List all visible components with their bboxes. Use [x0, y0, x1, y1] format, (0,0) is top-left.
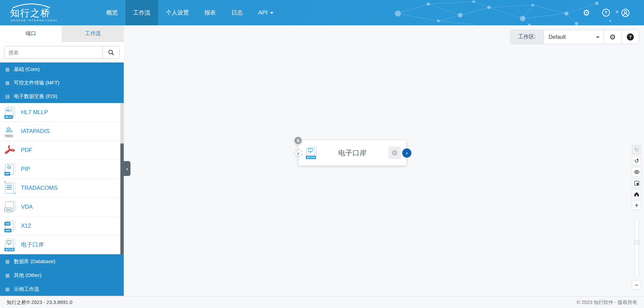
app-window: 知行之桥 ARCESB INTERNATIONAL 概览 工作流 个人设置 报表… — [0, 0, 644, 308]
redo-icon: ↻ — [634, 147, 639, 153]
status-footer: 知行之桥® 2023 - 23.3.8691.0 © 2023 知行软件 - 版… — [0, 296, 644, 308]
main-nav-menu: 概览 工作流 个人设置 报表 日志 API — [98, 0, 281, 25]
port-item-vda[interactable]: VDA VDA — [0, 198, 124, 216]
footer-version-text: 知行之桥® 2023 - 23.3.8691.0 — [7, 299, 72, 306]
home-icon — [634, 191, 640, 197]
group-label: 其他 (Other) — [14, 272, 41, 279]
background-image-button[interactable] — [632, 178, 641, 188]
tab-ports[interactable]: 端口 — [0, 25, 62, 42]
zoom-in-button[interactable]: + — [632, 201, 641, 210]
workspace-selected-value: Default — [549, 34, 566, 40]
account-icon[interactable] — [621, 8, 630, 17]
search-icon — [108, 49, 114, 56]
preview-button[interactable] — [632, 167, 641, 177]
plus-icon: + — [635, 202, 639, 209]
group-label: 数据库 (Database) — [14, 258, 55, 265]
pip-icon: PIP — [4, 163, 16, 175]
port-item-label: HL7 MLLP — [21, 109, 48, 116]
group-core[interactable]: ⊞ 基础 (Core) — [0, 62, 124, 76]
port-item-label: X12 — [21, 223, 31, 229]
app-logo[interactable]: 知行之桥 ARCESB INTERNATIONAL — [9, 2, 56, 24]
workflow-canvas[interactable]: 工作区: Default ⚙ ? 0 › 电子口岸 电子口岸 — [124, 25, 644, 296]
expand-icon: ⊞ — [5, 67, 10, 72]
footer-copyright-text: © 2023 知行软件 - 版权所有 — [577, 299, 637, 306]
workspace-help-button[interactable]: ? — [621, 30, 639, 44]
node-output-connector[interactable]: › — [402, 148, 411, 157]
group-other[interactable]: ⊞ 其他 (Other) — [0, 268, 124, 282]
group-label: 可控文件传输 (MFT) — [14, 80, 59, 86]
port-item-pip[interactable]: PIP PIP — [0, 160, 124, 179]
help-icon[interactable]: ? — [602, 8, 610, 17]
pdf-icon — [4, 144, 16, 156]
group-mft[interactable]: ⊞ 可控文件传输 (MFT) — [0, 76, 124, 89]
collapse-icon: ⊟ — [5, 94, 10, 99]
port-item-tradacoms[interactable]: ↻ ↻ TRADACOMS — [0, 179, 124, 198]
sidebar-collapse-button[interactable]: ‹ — [124, 161, 130, 176]
logo-title: 知行之桥 — [10, 7, 51, 20]
workspace-select[interactable]: Default — [544, 30, 604, 44]
port-item-label: PIP — [21, 166, 30, 173]
expand-icon: ⊞ — [5, 80, 10, 85]
iatapadis-icon: IATA PADIS — [4, 125, 16, 137]
home-button[interactable] — [632, 189, 641, 199]
navbar-action-icons: ⚙ ? — [582, 0, 630, 25]
zoom-slider[interactable] — [635, 218, 639, 277]
settings-gear-icon[interactable]: ⚙ — [582, 8, 591, 17]
port-item-pdf[interactable]: PDF — [0, 141, 124, 160]
port-item-label: IATAPADIS — [21, 128, 50, 135]
group-label: 示例工作流 — [14, 286, 39, 292]
group-sample-workflows[interactable]: ⊞ 示例工作流 — [0, 282, 124, 296]
search-button[interactable] — [103, 46, 119, 58]
node-title: 电子口岸 — [319, 140, 386, 165]
person-icon — [621, 8, 630, 17]
group-edi[interactable]: ⊟ 电子数据交换 (EDI) — [0, 89, 124, 103]
sidebar-scrollbar-thumb[interactable] — [120, 144, 124, 254]
node-count-badge: 0 — [294, 136, 302, 145]
dianzikouan-icon: 电子口岸 — [4, 239, 16, 251]
chevron-left-icon: ‹ — [126, 166, 128, 172]
chevron-down-icon — [596, 36, 599, 38]
port-item-dianzikouan[interactable]: 电子口岸 电子口岸 — [0, 235, 124, 254]
nav-item-logs[interactable]: 日志 — [224, 0, 251, 25]
port-item-label: VDA — [21, 204, 33, 210]
workflow-node-dianzikouan[interactable]: 0 › 电子口岸 电子口岸 ⚙ › — [298, 140, 406, 165]
x12-icon: X12 ASC — [4, 220, 16, 232]
zoom-out-button[interactable]: − — [632, 280, 641, 290]
sidebar-scrollbar[interactable] — [120, 103, 124, 254]
help-icon: ? — [627, 33, 634, 41]
sidebar-tabs: 端口 工作流 — [0, 25, 124, 42]
redo-button[interactable]: ↻ — [632, 145, 641, 154]
port-item-iatapadis[interactable]: IATA PADIS IATAPADIS — [0, 122, 124, 141]
nav-item-profile[interactable]: 个人设置 — [158, 0, 197, 25]
search-input[interactable] — [4, 46, 103, 58]
tradacoms-icon: ↻ ↻ — [4, 182, 16, 194]
minus-icon: − — [635, 282, 639, 288]
workspace-settings-button[interactable]: ⚙ — [604, 30, 621, 44]
workspace-bar: 工作区: Default ⚙ ? — [510, 30, 639, 44]
tab-workflows[interactable]: 工作流 — [62, 25, 124, 42]
group-label: 电子数据交换 (EDI) — [14, 93, 57, 100]
zoom-slider-handle[interactable] — [634, 240, 640, 244]
expand-icon: ⊞ — [5, 259, 10, 264]
left-sidebar: 端口 工作流 ⊞ 基础 (Core) ⊞ 可控文件传输 (MFT) — [0, 25, 124, 296]
vda-icon: VDA — [4, 201, 16, 213]
chevron-right-icon: › — [406, 150, 408, 156]
nav-item-api[interactable]: API — [251, 0, 281, 25]
group-database[interactable]: ⊞ 数据库 (Database) — [0, 254, 124, 268]
nav-item-workflows[interactable]: 工作流 — [125, 0, 158, 25]
eye-icon — [634, 169, 640, 175]
gear-icon: ⚙ — [391, 149, 398, 157]
undo-button[interactable]: ↺ — [632, 156, 641, 165]
nav-item-reports[interactable]: 报表 — [197, 0, 224, 25]
port-item-x12[interactable]: X12 ASC X12 — [0, 216, 124, 235]
nav-item-overview[interactable]: 概览 — [98, 0, 125, 25]
node-input-connector[interactable]: › — [294, 149, 302, 157]
sidebar-search-area — [0, 42, 124, 62]
expand-icon: ⊞ — [5, 273, 10, 278]
chevron-down-icon — [270, 12, 273, 14]
port-item-label: 电子口岸 — [21, 241, 44, 249]
port-item-hl7-mllp[interactable]: HL7 MLLP HL7 MLLP — [0, 103, 124, 122]
logo-subtitle: ARCESB INTERNATIONAL — [11, 19, 58, 22]
workspace-label: 工作区: — [510, 30, 544, 44]
node-settings-button[interactable]: ⚙ — [388, 147, 401, 159]
